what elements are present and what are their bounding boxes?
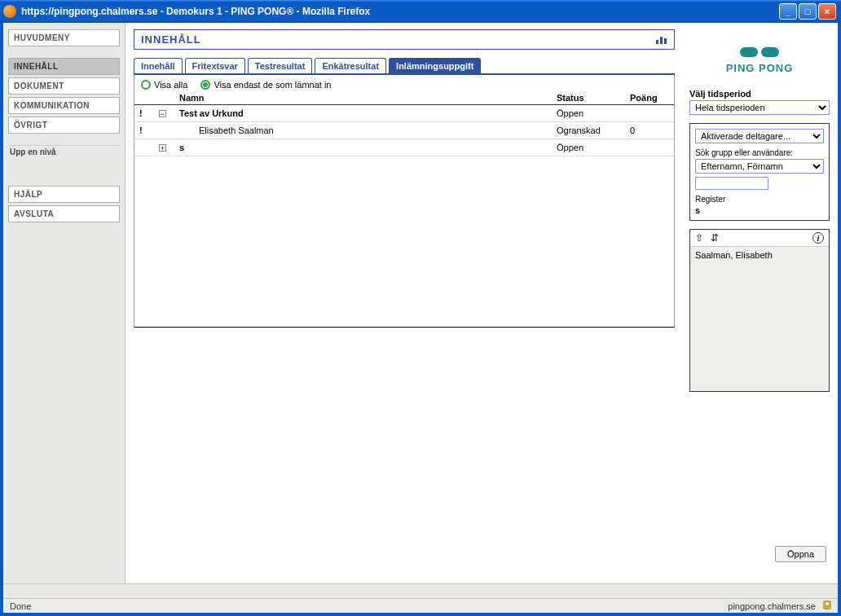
chart-icon[interactable]: [656, 36, 667, 44]
window-titlebar: https://pingpong.chalmers.se - Demokurs …: [0, 0, 841, 23]
tab-testresultat[interactable]: Testresultat: [248, 58, 313, 73]
period-label: Välj tidsperiod: [689, 89, 830, 99]
tab-inlämningsuppgift[interactable]: Inlämningsuppgift: [389, 58, 481, 73]
radio-show-submitted-label: Visa endast de som lämnat in: [214, 80, 331, 90]
sidebar: HUVUDMENY INNEHÅLLDOKUMENTKOMMUNIKATIONÖ…: [3, 23, 125, 583]
row-status: Ogranskad: [552, 122, 625, 139]
row-marker: [134, 139, 154, 156]
table-row[interactable]: +sÖppen: [134, 139, 674, 156]
tab-enkätresultat[interactable]: Enkätresultat: [315, 58, 386, 73]
row-name: Test av Urkund: [174, 105, 552, 122]
close-button[interactable]: ×: [818, 3, 836, 20]
register-letter[interactable]: s: [695, 205, 824, 215]
tree-toggle-icon[interactable]: −: [159, 110, 166, 117]
status-left: Done: [10, 601, 31, 611]
row-status: Öppen: [552, 105, 625, 122]
sort-arrows-icon[interactable]: ⇧ ⇵: [695, 232, 721, 244]
window-title: https://pingpong.chalmers.se - Demokurs …: [21, 6, 779, 17]
open-button[interactable]: Öppna: [775, 546, 826, 562]
lock-icon: [823, 601, 831, 609]
info-icon[interactable]: i: [812, 232, 824, 244]
table-row[interactable]: !Elisabeth SaalmanOgranskad0: [134, 122, 674, 139]
firefox-icon: [3, 5, 16, 18]
col-status: Status: [552, 91, 625, 105]
tab-bar: InnehållFritextsvarTestresultatEnkätresu…: [134, 58, 675, 75]
brand-logo: PING PONG: [689, 47, 830, 74]
col-points: Poäng: [625, 91, 674, 105]
search-input[interactable]: [695, 177, 768, 190]
radio-show-submitted[interactable]: Visa endast de som lämnat in: [200, 80, 331, 90]
maximize-button[interactable]: □: [799, 3, 817, 20]
filter-panel: Aktiverade deltagare... Sök grupp eller …: [689, 123, 830, 221]
period-select[interactable]: Hela tidsperioden: [689, 100, 830, 115]
search-label: Sök grupp eller användare:: [695, 148, 824, 157]
row-status: Öppen: [552, 139, 625, 156]
sidebar-item-kommunikation[interactable]: KOMMUNIKATION: [8, 97, 120, 114]
register-label: Register: [695, 195, 824, 204]
list-item[interactable]: Saalman, Elisabeth: [695, 250, 824, 260]
row-name: Elisabeth Saalman: [174, 122, 552, 139]
minimize-button[interactable]: _: [779, 3, 797, 20]
tab-fritextsvar[interactable]: Fritextsvar: [185, 58, 245, 73]
sidebar-uplevel[interactable]: Upp en nivå: [8, 145, 120, 156]
row-points: 0: [625, 122, 674, 139]
tab-innehåll[interactable]: Innehåll: [134, 58, 183, 73]
radio-show-all-label: Visa alla: [154, 80, 187, 90]
col-name: Namn: [174, 91, 552, 105]
page-title-text: INNEHÅLL: [141, 33, 201, 46]
row-marker: !: [134, 122, 154, 139]
tree-toggle-icon[interactable]: +: [159, 144, 166, 152]
sidebar-item-dokument[interactable]: DOKUMENT: [8, 77, 120, 95]
row-points: [625, 139, 674, 156]
status-bar: Done pingpong.chalmers.se: [3, 598, 838, 613]
row-points: [625, 105, 674, 122]
sidebar-item-övrigt[interactable]: ÖVRIGT: [8, 117, 120, 134]
sidebar-help[interactable]: HJÄLP: [8, 186, 120, 203]
row-marker: !: [134, 105, 154, 122]
table-row[interactable]: !−Test av UrkundÖppen: [134, 105, 674, 122]
row-name: s: [174, 139, 552, 156]
sort-select[interactable]: Efternamn, Förnamn: [695, 159, 824, 174]
status-domain: pingpong.chalmers.se: [728, 601, 816, 611]
brand-name: PING PONG: [689, 62, 830, 74]
sidebar-quit[interactable]: AVSLUTA: [8, 205, 120, 222]
participants-select[interactable]: Aktiverade deltagare...: [695, 129, 824, 143]
sidebar-mainmenu[interactable]: HUVUDMENY: [8, 29, 120, 46]
sidebar-item-innehåll[interactable]: INNEHÅLL: [8, 58, 120, 75]
radio-show-all[interactable]: Visa alla: [141, 80, 187, 90]
page-title: INNEHÅLL: [134, 29, 675, 50]
user-list-panel: ⇧ ⇵ i Saalman, Elisabeth: [689, 229, 830, 392]
